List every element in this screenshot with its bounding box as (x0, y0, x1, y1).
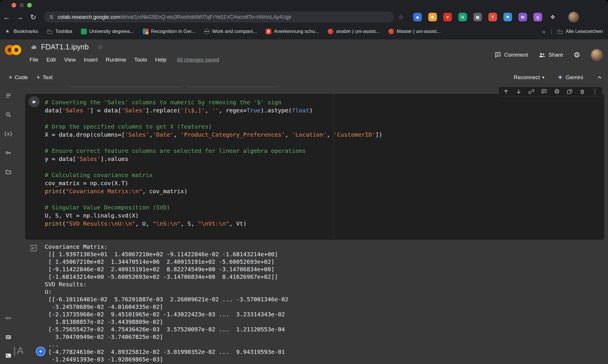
reload-icon[interactable]: ↻ (27, 13, 40, 21)
all-bookmarks[interactable]: Alle Lesezeichen (557, 29, 603, 34)
add-text-button[interactable]: + Text (36, 74, 53, 81)
url-text[interactable]: colab.research.google.com/drive/1mNkG5En… (58, 14, 292, 20)
extension-icon[interactable]: G (458, 13, 467, 21)
link-to-cell-icon[interactable] (528, 88, 535, 95)
extension-icon[interactable]: ✱ (428, 13, 437, 21)
code-line[interactable]: print("Covariance Matrix:\n", cov_matrix… (45, 187, 603, 195)
table-of-contents-icon[interactable] (4, 91, 13, 100)
mirror-cell-icon[interactable] (566, 88, 573, 95)
traffic-lights[interactable] (12, 3, 32, 8)
bookmark-item[interactable]: Work and compani... (204, 29, 257, 34)
back-icon[interactable]: ← (0, 13, 13, 21)
menu-item[interactable]: View (64, 57, 76, 63)
address-bar[interactable]: colab.research.google.com/drive/1mNkG5En… (44, 12, 394, 23)
variables-icon[interactable]: {x} (4, 129, 13, 138)
code-snippets-icon[interactable]: <> (4, 314, 13, 322)
editor-settings-icon[interactable]: ⚙ (553, 88, 561, 95)
code-cell[interactable]: ▶ ⚙ (25, 94, 604, 240)
bookmark-item[interactable]: anabin | uni-assist... (328, 29, 380, 34)
code-editor[interactable]: # Converting the 'Sales' columns to nume… (45, 98, 603, 237)
code-line[interactable]: X = data.drop(columns=['Sales','Date', '… (45, 131, 603, 139)
code-line[interactable]: cov_matrix = np.cov(X.T) (45, 179, 603, 187)
collapse-toolbar-button[interactable] (596, 74, 603, 81)
code-line[interactable]: U, S, Vt = np.linalg.svd(X) (45, 211, 603, 220)
bookmark-favicon (81, 29, 87, 34)
move-cell-down-icon[interactable] (515, 88, 522, 95)
colab-profile-avatar[interactable] (591, 49, 603, 61)
bookmark-item[interactable]: Master | uni-assist... (388, 29, 441, 34)
browser-window: ← → ↻ colab.research.google.com/drive/1m… (0, 0, 608, 364)
extension-icon[interactable]: W (518, 13, 527, 21)
notebook-filename[interactable]: FDAT1.1.ipynb (41, 43, 89, 51)
menu-item[interactable]: Insert (84, 57, 98, 63)
menu-item[interactable]: Runtime (106, 57, 126, 63)
more-actions-icon[interactable]: ⋮ (591, 88, 599, 95)
run-cell-button[interactable]: ▶ (29, 96, 40, 107)
code-line[interactable] (45, 163, 603, 171)
traffic-light[interactable] (27, 3, 32, 8)
add-code-label: Code (15, 74, 28, 81)
settings-gear-icon[interactable]: ⚙ (574, 51, 580, 60)
reconnect-button[interactable]: Reconnect ▾ (514, 74, 544, 81)
bookmark-item[interactable]: Recognition in Ger... (143, 29, 196, 34)
menu-item[interactable]: File (29, 57, 38, 63)
bookmarks-root[interactable]: Bookmarks (5, 29, 38, 34)
code-line[interactable] (45, 114, 603, 122)
secrets-key-icon[interactable] (4, 148, 13, 157)
extension-icon[interactable]: () (533, 13, 542, 21)
code-line[interactable]: # Drop the specified columns to get X (f… (45, 122, 603, 131)
extension-icon[interactable]: ❖ (548, 13, 557, 21)
save-status-link[interactable]: All changes saved (177, 57, 219, 63)
add-comment-icon[interactable] (540, 88, 548, 95)
extension-icon[interactable]: ▤ (473, 13, 482, 21)
extension-icon[interactable]: V (443, 13, 452, 21)
gemini-button[interactable]: Gemini (557, 74, 583, 81)
browser-profile-avatar[interactable] (568, 12, 579, 23)
traffic-light[interactable] (12, 3, 16, 8)
delete-cell-icon[interactable] (579, 88, 586, 95)
code-line[interactable]: print("SVD Results:\nU:\n", U, "\nS:\n",… (45, 220, 603, 228)
code-line[interactable]: # Calculating covariance matrix (45, 171, 603, 179)
cell-toolbar: ⚙ ⋮ (498, 87, 603, 96)
code-line[interactable]: # Ensure correct feature columns are sel… (45, 147, 603, 155)
move-cell-up-icon[interactable] (502, 88, 510, 95)
menu-item[interactable]: Help (155, 57, 166, 63)
files-folder-icon[interactable] (4, 168, 13, 176)
bookmark-item[interactable]: University degrees... (81, 29, 134, 34)
traffic-light[interactable] (19, 3, 24, 8)
overlay-extension-button[interactable] (36, 347, 45, 356)
bookmarks-overflow-icon[interactable]: » (542, 28, 546, 35)
add-code-button[interactable]: + Code (9, 74, 28, 81)
extension-icon[interactable]: ◈ (413, 13, 422, 21)
menu-item[interactable]: Tools (134, 57, 147, 63)
star-notebook-icon[interactable]: ☆ (97, 43, 103, 51)
command-palette-icon[interactable] (4, 333, 13, 341)
bookmark-favicon (266, 29, 271, 34)
cell-output: Covariance Matrix: [[ 1.93971303e+01 1.4… (25, 242, 604, 364)
menu-item[interactable]: Edit (47, 57, 56, 63)
notebook-main: ▶ ⚙ (16, 84, 608, 364)
terminal-icon[interactable] (4, 351, 13, 360)
bookmark-item[interactable]: Anerkennung schu... (266, 29, 319, 34)
comment-button[interactable]: Comment (494, 51, 528, 58)
bookmark-item[interactable]: Toshiba (47, 29, 72, 34)
drive-file-icon (30, 43, 38, 51)
search-icon[interactable] (4, 110, 13, 119)
site-info-icon[interactable] (49, 14, 54, 20)
output-line: -1.24491393e-03 -1.92869865e-03] (45, 356, 604, 363)
code-line[interactable]: data['Sales '] = data['Sales'].replace('… (45, 106, 603, 114)
code-line[interactable]: y = data['Sales'].values (45, 155, 603, 163)
bookmark-page-icon[interactable]: ☆ (398, 13, 404, 21)
forward-icon[interactable]: → (13, 13, 27, 21)
code-line[interactable] (45, 139, 603, 147)
output-line: [-5.75655427e-02 4.75436426e-03 3.575200… (45, 326, 604, 333)
code-line[interactable]: # Singular Value Decomposition (SVD) (45, 203, 603, 211)
extension-icon[interactable]: T (488, 13, 497, 21)
code-line[interactable] (45, 195, 603, 203)
share-button[interactable]: Share (538, 51, 563, 59)
colab-logo-icon[interactable] (3, 44, 23, 56)
code-line[interactable]: # Converting the 'Sales' columns to nume… (45, 98, 603, 106)
output-indicator-icon[interactable] (29, 244, 38, 252)
extension-icon[interactable]: ⚑ (503, 13, 512, 21)
bookmark-label: Work and compani... (212, 29, 257, 34)
